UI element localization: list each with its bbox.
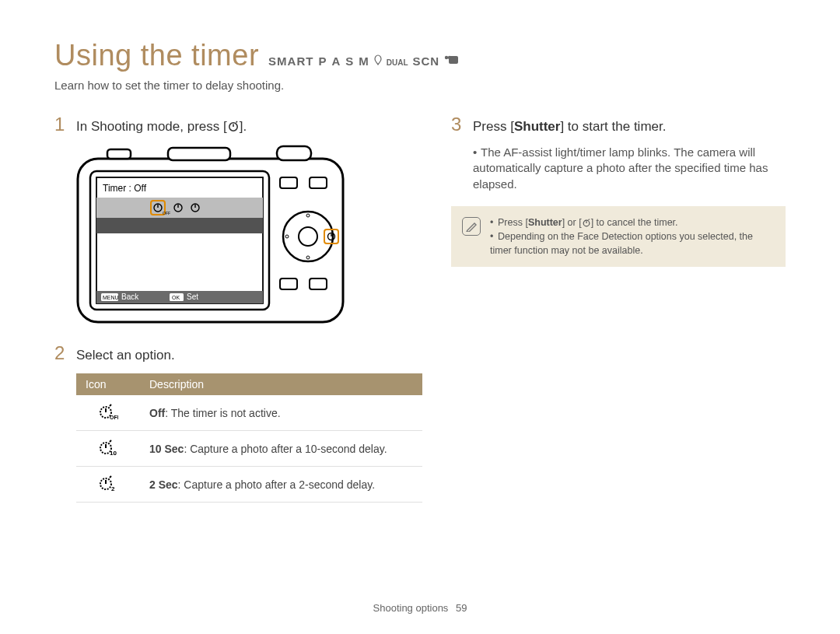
timer-2s-icon: 2 bbox=[76, 467, 140, 503]
mode-dual-icon bbox=[374, 54, 382, 68]
step-3-text: Press [Shutter] to start the timer. bbox=[473, 118, 666, 135]
desc-rest: : The timer is not active. bbox=[165, 407, 280, 419]
note-list: •Press [Shutter] or [] to cancel the tim… bbox=[490, 215, 775, 257]
svg-rect-9 bbox=[96, 177, 263, 303]
step-1: 1 In Shooting mode, press [ ]. bbox=[54, 115, 412, 135]
mode-a: A bbox=[331, 54, 341, 68]
svg-point-1 bbox=[445, 56, 448, 59]
table-row: 2 2 Sec: Capture a photo after a 2-secon… bbox=[76, 467, 422, 503]
note-item-1: •Press [Shutter] or [] to cancel the tim… bbox=[490, 215, 775, 229]
step-1-number: 1 bbox=[54, 115, 73, 134]
options-table: Icon Description OFF Off: The timer is n… bbox=[76, 373, 422, 503]
timer-icon bbox=[227, 120, 240, 132]
page-footer: Shooting options 59 bbox=[0, 602, 840, 614]
table-head-desc: Description bbox=[140, 373, 422, 395]
step-3: 3 Press [Shutter] to start the timer. bbox=[451, 115, 786, 135]
svg-text:OK: OK bbox=[172, 295, 180, 300]
svg-rect-6 bbox=[168, 148, 230, 160]
svg-point-26 bbox=[299, 227, 317, 246]
svg-text:MENU: MENU bbox=[103, 295, 119, 300]
note-1-a: Press [ bbox=[498, 217, 528, 228]
step-1-text-a: In Shooting mode, press [ bbox=[76, 119, 227, 134]
note-2-text: Depending on the Face Detection options … bbox=[490, 231, 753, 256]
table-cell-desc: 2 Sec: Capture a photo after a 2-second … bbox=[140, 467, 422, 503]
table-row: OFF Off: The timer is not active. bbox=[76, 395, 422, 431]
note-1-c: ] to cancel the timer. bbox=[591, 217, 678, 228]
table-cell-desc: 10 Sec: Capture a photo after a 10-secon… bbox=[140, 431, 422, 467]
svg-text:OFF: OFF bbox=[110, 415, 118, 420]
svg-rect-32 bbox=[280, 177, 297, 188]
timer-icon-small bbox=[582, 218, 591, 227]
svg-rect-33 bbox=[310, 177, 327, 188]
note-1-b: ] or [ bbox=[562, 217, 582, 228]
svg-rect-12 bbox=[96, 218, 263, 233]
desc-bold: 2 Sec bbox=[149, 478, 178, 491]
note-item-2: •Depending on the Face Detection options… bbox=[490, 229, 775, 257]
svg-text:Set: Set bbox=[187, 292, 198, 301]
mode-p: P bbox=[318, 54, 327, 68]
svg-rect-35 bbox=[310, 278, 327, 289]
step-1-text-b: ]. bbox=[240, 119, 247, 134]
note-icon bbox=[462, 217, 481, 236]
timer-10s-icon: 10 bbox=[76, 431, 140, 467]
svg-point-2 bbox=[448, 56, 451, 59]
step-3-text-a: Press [ bbox=[473, 119, 514, 134]
mode-dual: DUAL bbox=[387, 58, 408, 67]
page-title: Using the timer bbox=[54, 39, 259, 72]
bullet-text: The AF-assist light/timer lamp blinks. T… bbox=[473, 145, 768, 191]
page-subtitle: Learn how to set the timer to delay shoo… bbox=[54, 79, 786, 92]
mode-scn: SCN bbox=[413, 54, 440, 68]
step-1-text: In Shooting mode, press [ ]. bbox=[76, 118, 247, 135]
left-column: 1 In Shooting mode, press [ ]. bbox=[54, 115, 412, 503]
desc-bold: 10 Sec bbox=[149, 443, 184, 455]
mode-smart: SMART bbox=[268, 54, 313, 68]
desc-rest: : Capture a photo after a 2-second delay… bbox=[178, 478, 375, 491]
step-3-text-b: ] to start the timer. bbox=[560, 119, 666, 134]
mode-m: M bbox=[359, 54, 369, 68]
lcd-label: Timer : Off bbox=[103, 183, 147, 194]
step-3-text-bold: Shutter bbox=[514, 119, 561, 134]
svg-rect-34 bbox=[280, 278, 297, 289]
table-head-icon: Icon bbox=[76, 373, 140, 395]
svg-rect-7 bbox=[277, 146, 311, 160]
svg-text:2: 2 bbox=[111, 485, 115, 492]
camera-illustration: Timer : Off OFF bbox=[76, 145, 412, 327]
footer-page-number: 59 bbox=[456, 602, 467, 614]
desc-rest: : Capture a photo after a 10-second dela… bbox=[184, 443, 387, 455]
footer-section: Shooting options bbox=[373, 602, 449, 614]
svg-rect-5 bbox=[107, 149, 131, 159]
step-3-bullets: •The AF-assist light/timer lamp blinks. … bbox=[473, 145, 786, 192]
note-1-bold: Shutter bbox=[528, 217, 562, 228]
svg-text:10: 10 bbox=[110, 450, 117, 456]
desc-bold: Off bbox=[149, 407, 165, 419]
table-row: 10 10 Sec: Capture a photo after a 10-se… bbox=[76, 431, 422, 467]
svg-text:OFF: OFF bbox=[163, 211, 170, 215]
mode-strip: SMART P A S M DUAL SCN bbox=[268, 54, 464, 68]
table-cell-desc: Off: The timer is not active. bbox=[140, 395, 422, 431]
mode-movie-icon bbox=[444, 54, 460, 68]
step-2-number: 2 bbox=[54, 344, 73, 363]
timer-off-icon: OFF bbox=[76, 395, 140, 431]
step-2-text: Select an option. bbox=[76, 347, 175, 364]
mode-s: S bbox=[345, 54, 354, 68]
step-3-number: 3 bbox=[451, 115, 470, 134]
step-2: 2 Select an option. bbox=[54, 344, 412, 364]
note-box: •Press [Shutter] or [] to cancel the tim… bbox=[451, 206, 786, 267]
right-column: 3 Press [Shutter] to start the timer. •T… bbox=[451, 115, 786, 503]
svg-text:Back: Back bbox=[121, 292, 139, 301]
svg-rect-11 bbox=[96, 198, 263, 218]
